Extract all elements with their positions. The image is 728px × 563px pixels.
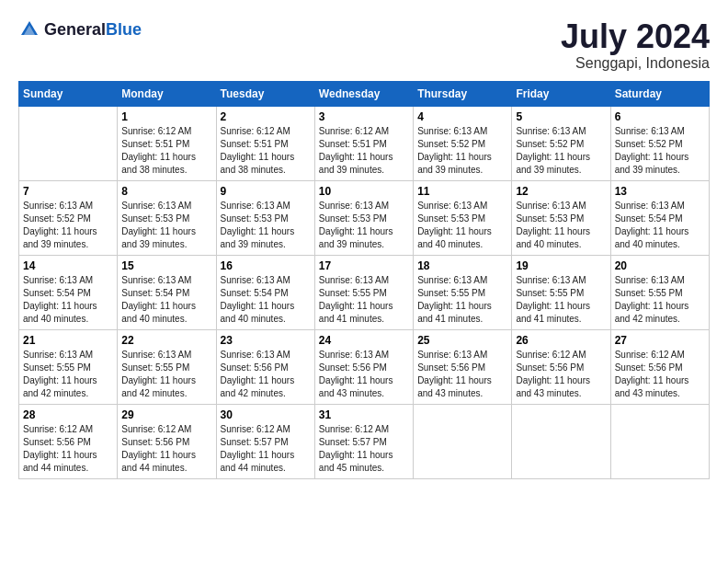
cell-info: Sunrise: 6:12 AM Sunset: 5:51 PM Dayligh…	[319, 125, 409, 177]
calendar-week-row: 1Sunrise: 6:12 AM Sunset: 5:51 PM Daylig…	[19, 106, 710, 180]
cell-info: Sunrise: 6:13 AM Sunset: 5:52 PM Dayligh…	[516, 125, 606, 177]
day-number: 21	[23, 334, 113, 347]
day-number: 18	[417, 259, 507, 272]
day-number: 29	[121, 408, 211, 421]
calendar-cell: 19Sunrise: 6:13 AM Sunset: 5:55 PM Dayli…	[512, 255, 610, 329]
calendar-week-row: 21Sunrise: 6:13 AM Sunset: 5:55 PM Dayli…	[19, 329, 710, 404]
day-number: 26	[516, 334, 606, 347]
cell-info: Sunrise: 6:12 AM Sunset: 5:57 PM Dayligh…	[319, 423, 409, 475]
cell-info: Sunrise: 6:13 AM Sunset: 5:55 PM Dayligh…	[516, 274, 606, 326]
day-number: 22	[121, 334, 211, 347]
logo-icon	[18, 18, 40, 40]
calendar-cell: 12Sunrise: 6:13 AM Sunset: 5:53 PM Dayli…	[512, 180, 610, 255]
day-number: 30	[221, 408, 311, 421]
day-number: 1	[121, 110, 211, 123]
calendar-cell: 27Sunrise: 6:12 AM Sunset: 5:56 PM Dayli…	[610, 329, 709, 404]
calendar-cell: 6Sunrise: 6:13 AM Sunset: 5:52 PM Daylig…	[610, 106, 709, 180]
calendar-table: SundayMondayTuesdayWednesdayThursdayFrid…	[18, 81, 710, 479]
cell-info: Sunrise: 6:13 AM Sunset: 5:54 PM Dayligh…	[121, 274, 211, 326]
calendar-cell: 2Sunrise: 6:12 AM Sunset: 5:51 PM Daylig…	[216, 106, 314, 180]
cell-info: Sunrise: 6:13 AM Sunset: 5:56 PM Dayligh…	[417, 349, 507, 400]
cell-info: Sunrise: 6:13 AM Sunset: 5:55 PM Dayligh…	[615, 274, 705, 326]
cell-info: Sunrise: 6:13 AM Sunset: 5:55 PM Dayligh…	[417, 274, 507, 326]
cell-info: Sunrise: 6:13 AM Sunset: 5:53 PM Dayligh…	[221, 200, 311, 251]
weekday-header: Monday	[118, 81, 216, 106]
cell-info: Sunrise: 6:13 AM Sunset: 5:55 PM Dayligh…	[121, 349, 211, 400]
calendar-cell: 21Sunrise: 6:13 AM Sunset: 5:55 PM Dayli…	[19, 329, 118, 404]
cell-info: Sunrise: 6:12 AM Sunset: 5:56 PM Dayligh…	[121, 423, 211, 475]
calendar-cell: 22Sunrise: 6:13 AM Sunset: 5:55 PM Dayli…	[118, 329, 216, 404]
calendar-cell: 25Sunrise: 6:13 AM Sunset: 5:56 PM Dayli…	[414, 329, 512, 404]
day-number: 3	[319, 110, 409, 123]
day-number: 11	[417, 185, 507, 198]
calendar-cell: 28Sunrise: 6:12 AM Sunset: 5:56 PM Dayli…	[19, 404, 118, 478]
calendar-cell	[610, 404, 709, 478]
calendar-header-row: SundayMondayTuesdayWednesdayThursdayFrid…	[19, 81, 710, 106]
calendar-cell: 26Sunrise: 6:12 AM Sunset: 5:56 PM Dayli…	[512, 329, 610, 404]
cell-info: Sunrise: 6:13 AM Sunset: 5:56 PM Dayligh…	[319, 349, 409, 400]
calendar-cell: 3Sunrise: 6:12 AM Sunset: 5:51 PM Daylig…	[314, 106, 413, 180]
cell-info: Sunrise: 6:13 AM Sunset: 5:52 PM Dayligh…	[23, 200, 113, 251]
day-number: 19	[516, 259, 606, 272]
cell-info: Sunrise: 6:12 AM Sunset: 5:56 PM Dayligh…	[23, 423, 113, 475]
weekday-header: Wednesday	[314, 81, 413, 106]
calendar-cell: 29Sunrise: 6:12 AM Sunset: 5:56 PM Dayli…	[118, 404, 216, 478]
cell-info: Sunrise: 6:12 AM Sunset: 5:51 PM Dayligh…	[221, 125, 311, 177]
month-title: July 2024	[561, 18, 710, 55]
cell-info: Sunrise: 6:13 AM Sunset: 5:53 PM Dayligh…	[417, 200, 507, 251]
day-number: 13	[615, 185, 705, 198]
calendar-cell: 23Sunrise: 6:13 AM Sunset: 5:56 PM Dayli…	[216, 329, 314, 404]
calendar-cell: 30Sunrise: 6:12 AM Sunset: 5:57 PM Dayli…	[216, 404, 314, 478]
calendar-cell	[414, 404, 512, 478]
calendar-cell	[512, 404, 610, 478]
day-number: 25	[417, 334, 507, 347]
calendar-cell: 10Sunrise: 6:13 AM Sunset: 5:53 PM Dayli…	[314, 180, 413, 255]
title-block: July 2024 Senggapi, Indonesia	[561, 18, 710, 72]
calendar-cell: 8Sunrise: 6:13 AM Sunset: 5:53 PM Daylig…	[118, 180, 216, 255]
day-number: 23	[221, 334, 311, 347]
cell-info: Sunrise: 6:13 AM Sunset: 5:52 PM Dayligh…	[615, 125, 705, 177]
calendar-cell: 17Sunrise: 6:13 AM Sunset: 5:55 PM Dayli…	[314, 255, 413, 329]
calendar-cell: 11Sunrise: 6:13 AM Sunset: 5:53 PM Dayli…	[414, 180, 512, 255]
calendar-cell: 1Sunrise: 6:12 AM Sunset: 5:51 PM Daylig…	[118, 106, 216, 180]
calendar-week-row: 28Sunrise: 6:12 AM Sunset: 5:56 PM Dayli…	[19, 404, 710, 478]
cell-info: Sunrise: 6:13 AM Sunset: 5:53 PM Dayligh…	[319, 200, 409, 251]
day-number: 6	[615, 110, 705, 123]
cell-info: Sunrise: 6:13 AM Sunset: 5:53 PM Dayligh…	[516, 200, 606, 251]
calendar-cell: 7Sunrise: 6:13 AM Sunset: 5:52 PM Daylig…	[19, 180, 118, 255]
calendar-week-row: 14Sunrise: 6:13 AM Sunset: 5:54 PM Dayli…	[19, 255, 710, 329]
cell-info: Sunrise: 6:13 AM Sunset: 5:56 PM Dayligh…	[221, 349, 311, 400]
day-number: 15	[121, 259, 211, 272]
day-number: 20	[615, 259, 705, 272]
calendar-cell: 4Sunrise: 6:13 AM Sunset: 5:52 PM Daylig…	[414, 106, 512, 180]
calendar-cell: 31Sunrise: 6:12 AM Sunset: 5:57 PM Dayli…	[314, 404, 413, 478]
day-number: 31	[319, 408, 409, 421]
calendar-cell: 20Sunrise: 6:13 AM Sunset: 5:55 PM Dayli…	[610, 255, 709, 329]
logo-general-text: GeneralBlue	[44, 20, 142, 40]
cell-info: Sunrise: 6:12 AM Sunset: 5:57 PM Dayligh…	[221, 423, 311, 475]
day-number: 17	[319, 259, 409, 272]
day-number: 10	[319, 185, 409, 198]
calendar-cell: 9Sunrise: 6:13 AM Sunset: 5:53 PM Daylig…	[216, 180, 314, 255]
day-number: 24	[319, 334, 409, 347]
day-number: 12	[516, 185, 606, 198]
weekday-header: Thursday	[414, 81, 512, 106]
calendar-cell: 18Sunrise: 6:13 AM Sunset: 5:55 PM Dayli…	[414, 255, 512, 329]
calendar-cell	[19, 106, 118, 180]
calendar-cell: 5Sunrise: 6:13 AM Sunset: 5:52 PM Daylig…	[512, 106, 610, 180]
day-number: 14	[23, 259, 113, 272]
day-number: 28	[23, 408, 113, 421]
day-number: 8	[121, 185, 211, 198]
calendar-week-row: 7Sunrise: 6:13 AM Sunset: 5:52 PM Daylig…	[19, 180, 710, 255]
day-number: 16	[221, 259, 311, 272]
weekday-header: Friday	[512, 81, 610, 106]
weekday-header: Saturday	[610, 81, 709, 106]
day-number: 7	[23, 185, 113, 198]
location-subtitle: Senggapi, Indonesia	[561, 55, 710, 72]
day-number: 9	[221, 185, 311, 198]
calendar-cell: 16Sunrise: 6:13 AM Sunset: 5:54 PM Dayli…	[216, 255, 314, 329]
cell-info: Sunrise: 6:13 AM Sunset: 5:54 PM Dayligh…	[615, 200, 705, 251]
cell-info: Sunrise: 6:13 AM Sunset: 5:55 PM Dayligh…	[23, 349, 113, 400]
cell-info: Sunrise: 6:13 AM Sunset: 5:54 PM Dayligh…	[221, 274, 311, 326]
day-number: 2	[221, 110, 311, 123]
